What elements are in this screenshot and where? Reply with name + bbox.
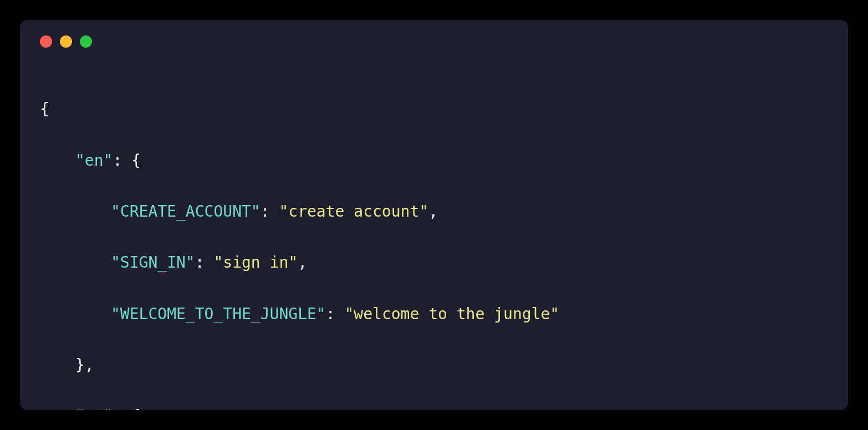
code-line: "SIGN_IN": "sign in", (40, 250, 828, 275)
comma: , (428, 202, 438, 221)
json-value: "welcome to the jungle" (344, 305, 559, 323)
json-key-sign-in: "SIGN_IN" (111, 253, 195, 272)
colon: : (326, 305, 345, 323)
maximize-button[interactable] (80, 35, 92, 48)
json-key-en: "en" (75, 151, 113, 170)
code-line: "es": { (40, 403, 828, 410)
code-line: "WELCOME_TO_THE_JUNGLE": "welcome to the… (40, 301, 828, 327)
code-line: }, (40, 352, 828, 378)
json-value: "sign in" (213, 253, 298, 272)
colon-brace: : { (113, 151, 141, 170)
code-window: { "en": { "CREATE_ACCOUNT": "create acco… (20, 20, 848, 410)
code-block: { "en": { "CREATE_ACCOUNT": "create acco… (40, 71, 828, 410)
window-titlebar (40, 35, 828, 48)
colon: : (195, 253, 214, 272)
json-key-es: "es" (75, 407, 113, 410)
colon: : (261, 202, 279, 221)
code-line: "CREATE_ACCOUNT": "create account", (40, 199, 828, 224)
colon-brace: : { (113, 407, 141, 410)
minimize-button[interactable] (60, 35, 72, 48)
json-key-create-account: "CREATE_ACCOUNT" (111, 202, 261, 221)
json-key-welcome: "WELCOME_TO_THE_JUNGLE" (111, 305, 326, 323)
brace-open: { (40, 100, 49, 118)
json-value: "create account" (279, 202, 428, 221)
close-button[interactable] (40, 35, 52, 48)
comma: , (298, 253, 307, 272)
code-line: "en": { (40, 148, 828, 173)
brace-close-comma: }, (75, 356, 94, 374)
code-line: { (40, 96, 828, 122)
